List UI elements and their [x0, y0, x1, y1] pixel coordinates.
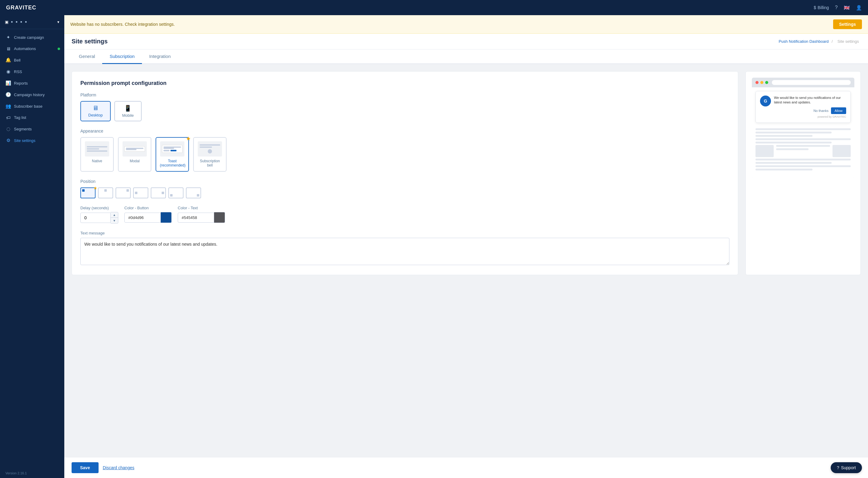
sidebar-nav: ✦ Create campaign 🖥 Automations 🔔 Bell ◉… — [0, 29, 64, 468]
color-text-label: Color - Text — [178, 205, 225, 210]
subscription-bell-preview — [198, 141, 222, 157]
preview-panel: G We would like to send you notification… — [745, 71, 861, 275]
position-center-right[interactable] — [151, 187, 166, 198]
text-message-label: Text message — [81, 231, 730, 235]
sidebar-label-campaign-history: Campaign history — [14, 93, 44, 97]
appearance-label: Appearance — [81, 129, 730, 133]
appearance-native[interactable]: Native — [81, 137, 114, 172]
native-preview — [85, 141, 109, 157]
position-top-right[interactable] — [116, 187, 131, 198]
sidebar-label-segments: Segments — [14, 127, 32, 131]
pos-dot-tc — [104, 189, 107, 192]
create-campaign-icon: ✦ — [5, 35, 11, 40]
pos-dot-cr — [162, 192, 164, 194]
no-thanks-button[interactable]: No thanks — [813, 109, 829, 113]
modal-label: Modal — [130, 159, 140, 163]
alert-settings-button[interactable]: Settings — [833, 20, 862, 29]
mockup-lines — [755, 126, 851, 174]
tab-general[interactable]: General — [71, 50, 102, 64]
allow-button[interactable]: Allow — [831, 107, 846, 114]
support-button[interactable]: ? Support — [831, 462, 862, 473]
sidebar-item-rss[interactable]: ◉ RSS — [0, 66, 64, 77]
browser-content: G We would like to send you notification… — [752, 87, 854, 178]
automations-active-dot — [58, 47, 60, 50]
panel-title: Permission prompt configuration — [81, 80, 730, 87]
campaign-history-icon: 🕐 — [5, 92, 11, 97]
color-text-input[interactable] — [178, 213, 214, 223]
powered-by-label: powered by GRAVITEC — [774, 115, 846, 118]
pos-dot-cl — [135, 192, 137, 194]
appearance-toast[interactable]: ★ Toast (recommended) — [156, 137, 189, 172]
flag-icon[interactable]: 🇬🇧 — [844, 5, 850, 11]
help-icon[interactable]: ? — [835, 5, 838, 10]
sidebar-item-tag-list[interactable]: 🏷 Tag list — [0, 112, 64, 123]
pos-dot-tr — [126, 189, 129, 192]
platform-mobile-label: Mobile — [122, 113, 134, 118]
sidebar-label-bell: Bell — [14, 58, 21, 62]
browser-dot-yellow — [760, 81, 763, 84]
position-center-left[interactable] — [133, 187, 148, 198]
pos-dot-bl — [170, 194, 173, 196]
tab-integration[interactable]: Integration — [142, 50, 178, 64]
user-icon[interactable]: 👤 — [856, 5, 862, 11]
breadcrumb-separator: / — [832, 39, 834, 44]
tab-subscription[interactable]: Subscription — [102, 50, 142, 64]
breadcrumb: Push Notification Dashboard / Site setti… — [779, 39, 861, 44]
topnav: GRAVITEC $ Billing ? 🇬🇧 👤 — [0, 0, 868, 15]
billing-link[interactable]: $ Billing — [814, 5, 829, 10]
breadcrumb-current: Site settings — [837, 39, 859, 44]
sidebar-label-subscriber-base: Subscriber base — [14, 104, 42, 108]
delay-input[interactable] — [81, 213, 111, 223]
browser-url-bar — [772, 80, 851, 85]
sidebar-item-site-settings[interactable]: ⚙ Site settings — [0, 135, 64, 146]
color-text-swatch[interactable] — [214, 212, 225, 223]
position-bottom-right[interactable] — [186, 187, 201, 198]
reports-icon: 📊 — [5, 81, 11, 86]
toast-preview — [160, 141, 184, 157]
prompt-actions: No thanks Allow — [774, 107, 846, 114]
bell-icon: 🔔 — [5, 57, 11, 63]
page-header: Site settings Push Notification Dashboar… — [64, 34, 868, 50]
segments-icon: ◌ — [5, 126, 11, 132]
app-logo: GRAVITEC — [6, 5, 36, 11]
config-row: Delay (seconds) ▲ ▼ Color - Button — [81, 205, 730, 224]
sidebar-label-automations: Automations — [14, 46, 36, 51]
platform-mobile-button[interactable]: 📱 Mobile — [114, 101, 142, 121]
save-button[interactable]: Save — [71, 462, 99, 473]
form-panel: Permission prompt configuration Platform… — [71, 71, 738, 275]
platform-desktop-button[interactable]: 🖥 Desktop — [81, 101, 111, 121]
support-label: Support — [841, 465, 856, 470]
position-top-center[interactable] — [98, 187, 113, 198]
text-message-input[interactable]: We would like to send you notifications … — [81, 238, 730, 265]
desktop-icon: 🖥 — [93, 105, 99, 111]
breadcrumb-link[interactable]: Push Notification Dashboard — [779, 39, 829, 44]
prompt-logo: G — [760, 96, 771, 106]
appearance-grid: Native Modal ★ — [81, 137, 730, 172]
position-label: Position — [81, 179, 730, 184]
delay-increment-button[interactable]: ▲ — [111, 212, 118, 218]
discard-button[interactable]: Discard changes — [103, 465, 134, 470]
position-bottom-left[interactable] — [168, 187, 184, 198]
site-selector[interactable]: ▣ ▪ ▪ ▪ ▪ ▾ — [0, 15, 64, 29]
sidebar-item-segments[interactable]: ◌ Segments — [0, 123, 64, 135]
permission-prompt: G We would like to send you notification… — [755, 91, 851, 123]
sidebar-item-reports[interactable]: 📊 Reports — [0, 77, 64, 89]
sidebar-item-campaign-history[interactable]: 🕐 Campaign history — [0, 89, 64, 100]
color-button-field: Color - Button — [124, 205, 172, 223]
sidebar-item-automations[interactable]: 🖥 Automations — [0, 43, 64, 54]
sidebar-item-subscriber-base[interactable]: 👥 Subscriber base — [0, 100, 64, 112]
appearance-modal[interactable]: Modal — [118, 137, 151, 172]
subscription-bell-label: Subscription bell — [200, 159, 220, 167]
sidebar-item-bell[interactable]: 🔔 Bell — [0, 54, 64, 66]
color-button-input[interactable] — [124, 213, 161, 223]
browser-dot-green — [765, 81, 768, 84]
position-top-left[interactable]: ★ — [81, 187, 96, 198]
delay-decrement-button[interactable]: ▼ — [111, 218, 118, 223]
support-icon: ? — [837, 465, 839, 470]
platform-desktop-label: Desktop — [88, 113, 103, 117]
pos-dot-br — [197, 194, 199, 196]
appearance-subscription-bell[interactable]: Subscription bell — [193, 137, 226, 172]
version-label: Version 2.16.1 — [0, 468, 64, 478]
color-button-swatch[interactable] — [161, 212, 172, 223]
sidebar-item-create-campaign[interactable]: ✦ Create campaign — [0, 32, 64, 43]
